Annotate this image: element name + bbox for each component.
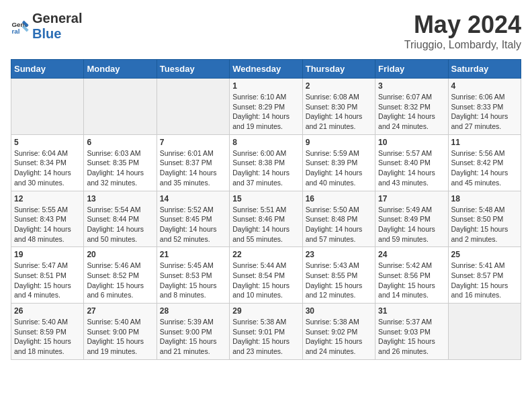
calendar-cell [84, 79, 157, 135]
svg-text:ral: ral [11, 28, 19, 35]
calendar-cell [448, 304, 521, 360]
calendar-cell: 12Sunrise: 5:55 AM Sunset: 8:43 PM Dayli… [11, 191, 84, 247]
day-number: 28 [160, 306, 226, 316]
day-header-tuesday: Tuesday [157, 60, 229, 79]
day-info: Sunrise: 5:57 AM Sunset: 8:40 PM Dayligh… [378, 148, 445, 188]
day-number: 2 [306, 81, 372, 91]
calendar-cell: 5Sunrise: 6:04 AM Sunset: 8:34 PM Daylig… [11, 134, 84, 191]
calendar-cell: 23Sunrise: 5:43 AM Sunset: 8:55 PM Dayli… [302, 247, 375, 304]
day-info: Sunrise: 5:51 AM Sunset: 8:46 PM Dayligh… [232, 205, 299, 244]
day-info: Sunrise: 5:46 AM Sunset: 8:52 PM Dayligh… [87, 261, 153, 300]
day-info: Sunrise: 6:06 AM Sunset: 8:33 PM Dayligh… [451, 92, 518, 132]
day-info: Sunrise: 5:56 AM Sunset: 8:42 PM Dayligh… [451, 148, 518, 188]
day-number: 30 [306, 306, 372, 316]
calendar-cell: 29Sunrise: 5:38 AM Sunset: 9:01 PM Dayli… [230, 304, 302, 360]
calendar-cell: 9Sunrise: 5:59 AM Sunset: 8:39 PM Daylig… [302, 134, 375, 191]
day-number: 17 [378, 194, 445, 203]
day-number: 29 [232, 306, 299, 316]
day-number: 23 [306, 250, 372, 259]
calendar-cell: 31Sunrise: 5:37 AM Sunset: 9:03 PM Dayli… [375, 304, 448, 360]
calendar-cell: 17Sunrise: 5:49 AM Sunset: 8:49 PM Dayli… [375, 191, 448, 247]
day-number: 21 [160, 250, 226, 259]
day-info: Sunrise: 5:48 AM Sunset: 8:50 PM Dayligh… [451, 205, 518, 244]
day-info: Sunrise: 5:37 AM Sunset: 9:03 PM Dayligh… [378, 317, 445, 357]
day-info: Sunrise: 5:40 AM Sunset: 8:59 PM Dayligh… [14, 317, 81, 357]
day-number: 10 [378, 138, 445, 147]
calendar-cell: 6Sunrise: 6:03 AM Sunset: 8:35 PM Daylig… [84, 134, 157, 191]
calendar-cell: 22Sunrise: 5:44 AM Sunset: 8:54 PM Dayli… [230, 247, 302, 304]
day-header-sunday: Sunday [11, 60, 84, 79]
day-info: Sunrise: 6:00 AM Sunset: 8:38 PM Dayligh… [232, 148, 299, 188]
calendar-week-row: 26Sunrise: 5:40 AM Sunset: 8:59 PM Dayli… [11, 304, 521, 360]
day-info: Sunrise: 5:49 AM Sunset: 8:49 PM Dayligh… [378, 205, 445, 244]
day-info: Sunrise: 6:07 AM Sunset: 8:32 PM Dayligh… [378, 92, 445, 132]
day-info: Sunrise: 5:41 AM Sunset: 8:57 PM Dayligh… [451, 261, 518, 300]
day-info: Sunrise: 5:42 AM Sunset: 8:56 PM Dayligh… [378, 261, 445, 300]
day-number: 4 [451, 81, 518, 91]
calendar-cell: 2Sunrise: 6:08 AM Sunset: 8:30 PM Daylig… [302, 79, 375, 135]
calendar-cell: 14Sunrise: 5:52 AM Sunset: 8:45 PM Dayli… [157, 191, 229, 247]
calendar-week-row: 12Sunrise: 5:55 AM Sunset: 8:43 PM Dayli… [11, 191, 521, 247]
day-info: Sunrise: 6:10 AM Sunset: 8:29 PM Dayligh… [232, 92, 299, 132]
day-number: 16 [306, 194, 372, 203]
calendar-cell: 24Sunrise: 5:42 AM Sunset: 8:56 PM Dayli… [375, 247, 448, 304]
day-header-saturday: Saturday [448, 60, 521, 79]
day-info: Sunrise: 6:08 AM Sunset: 8:30 PM Dayligh… [306, 92, 372, 132]
day-number: 31 [378, 306, 445, 316]
day-number: 18 [451, 194, 518, 203]
day-info: Sunrise: 5:59 AM Sunset: 8:39 PM Dayligh… [306, 148, 372, 188]
calendar-cell: 27Sunrise: 5:40 AM Sunset: 9:00 PM Dayli… [84, 304, 157, 360]
calendar-cell: 11Sunrise: 5:56 AM Sunset: 8:42 PM Dayli… [448, 134, 521, 191]
day-number: 5 [14, 138, 81, 147]
day-number: 7 [160, 138, 226, 147]
logo-text-general: General [32, 11, 82, 26]
day-info: Sunrise: 5:40 AM Sunset: 9:00 PM Dayligh… [87, 317, 153, 357]
day-info: Sunrise: 5:54 AM Sunset: 8:44 PM Dayligh… [87, 205, 153, 244]
day-number: 1 [232, 81, 299, 91]
calendar-cell: 3Sunrise: 6:07 AM Sunset: 8:32 PM Daylig… [375, 79, 448, 135]
day-number: 20 [87, 250, 153, 259]
day-info: Sunrise: 6:03 AM Sunset: 8:35 PM Dayligh… [87, 148, 153, 188]
title-area: May 2024 Triuggio, Lombardy, Italy [404, 11, 521, 51]
day-info: Sunrise: 6:04 AM Sunset: 8:34 PM Dayligh… [14, 148, 81, 188]
calendar-cell: 7Sunrise: 6:01 AM Sunset: 8:37 PM Daylig… [157, 134, 229, 191]
calendar-cell: 18Sunrise: 5:48 AM Sunset: 8:50 PM Dayli… [448, 191, 521, 247]
day-number: 24 [378, 250, 445, 259]
day-info: Sunrise: 5:55 AM Sunset: 8:43 PM Dayligh… [14, 205, 81, 244]
day-number: 14 [160, 194, 226, 203]
calendar-cell: 16Sunrise: 5:50 AM Sunset: 8:48 PM Dayli… [302, 191, 375, 247]
day-info: Sunrise: 5:45 AM Sunset: 8:53 PM Dayligh… [160, 261, 226, 300]
day-header-friday: Friday [375, 60, 448, 79]
day-number: 22 [232, 250, 299, 259]
day-info: Sunrise: 5:50 AM Sunset: 8:48 PM Dayligh… [306, 205, 372, 244]
day-number: 9 [306, 138, 372, 147]
calendar-week-row: 19Sunrise: 5:47 AM Sunset: 8:51 PM Dayli… [11, 247, 521, 304]
calendar-cell: 30Sunrise: 5:38 AM Sunset: 9:02 PM Dayli… [302, 304, 375, 360]
month-title: May 2024 [404, 11, 521, 39]
calendar-cell: 13Sunrise: 5:54 AM Sunset: 8:44 PM Dayli… [84, 191, 157, 247]
calendar-header-row: SundayMondayTuesdayWednesdayThursdayFrid… [11, 60, 521, 79]
day-number: 3 [378, 81, 445, 91]
calendar-week-row: 1Sunrise: 6:10 AM Sunset: 8:29 PM Daylig… [11, 79, 521, 135]
day-info: Sunrise: 5:39 AM Sunset: 9:00 PM Dayligh… [160, 317, 226, 357]
day-info: Sunrise: 6:01 AM Sunset: 8:37 PM Dayligh… [160, 148, 226, 188]
day-header-monday: Monday [84, 60, 157, 79]
day-number: 15 [232, 194, 299, 203]
calendar-cell: 1Sunrise: 6:10 AM Sunset: 8:29 PM Daylig… [230, 79, 302, 135]
calendar-cell: 19Sunrise: 5:47 AM Sunset: 8:51 PM Dayli… [11, 247, 84, 304]
calendar-cell: 21Sunrise: 5:45 AM Sunset: 8:53 PM Dayli… [157, 247, 229, 304]
calendar-cell: 15Sunrise: 5:51 AM Sunset: 8:46 PM Dayli… [230, 191, 302, 247]
calendar-cell: 25Sunrise: 5:41 AM Sunset: 8:57 PM Dayli… [448, 247, 521, 304]
day-info: Sunrise: 5:44 AM Sunset: 8:54 PM Dayligh… [232, 261, 299, 300]
day-number: 27 [87, 306, 153, 316]
calendar-cell [11, 79, 84, 135]
day-number: 25 [451, 250, 518, 259]
header: Gene ral General Blue May 2024 Triuggio,… [11, 11, 521, 51]
logo-text-blue: Blue [32, 26, 61, 41]
day-info: Sunrise: 5:38 AM Sunset: 9:01 PM Dayligh… [232, 317, 299, 357]
day-header-wednesday: Wednesday [230, 60, 302, 79]
day-number: 11 [451, 138, 518, 147]
day-number: 8 [232, 138, 299, 147]
day-number: 13 [87, 194, 153, 203]
day-info: Sunrise: 5:43 AM Sunset: 8:55 PM Dayligh… [306, 261, 372, 300]
